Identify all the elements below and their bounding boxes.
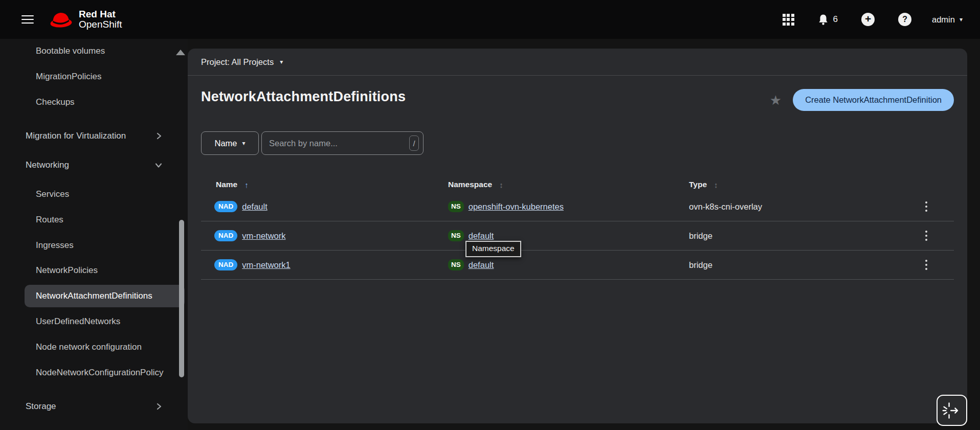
sidebar-group-networking[interactable]: Networking [0, 154, 182, 176]
kebab-menu-icon[interactable] [923, 198, 929, 215]
nav-label: Storage [26, 401, 56, 412]
caret-down-icon: ▾ [960, 16, 963, 23]
sidebar-item-networkpolicies[interactable]: NetworkPolicies [0, 259, 182, 282]
column-header-namespace[interactable]: Namespace ↕ [448, 180, 689, 189]
nad-kind-badge: NAD [214, 230, 237, 242]
app-launcher-icon[interactable] [783, 14, 794, 26]
page-title: NetworkAttachmentDefinitions [201, 89, 406, 105]
sidebar-item-nodenetworkconfigurationpolicy[interactable]: NodeNetworkConfigurationPolicy [0, 361, 182, 384]
notifications-button[interactable]: 6 [818, 14, 838, 26]
nav-label: Services [36, 189, 69, 199]
user-name: admin [932, 15, 955, 25]
namespace-kind-badge: NS [448, 201, 464, 213]
nav-label: NetworkPolicies [36, 265, 98, 276]
brand-line2: OpenShift [79, 19, 122, 30]
cursor-click-icon [942, 400, 962, 421]
resource-name-link[interactable]: vm-network1 [242, 260, 290, 270]
nad-kind-badge: NAD [214, 259, 237, 271]
side-navigation: Bootable volumes MigrationPolicies Check… [0, 39, 188, 430]
column-label: Namespace [448, 180, 492, 189]
nav-label: UserDefinedNetworks [36, 316, 120, 327]
notification-count: 6 [833, 14, 838, 25]
sidebar-item-userdefinednetworks[interactable]: UserDefinedNetworks [0, 310, 182, 333]
namespace-kind-badge: NS [448, 230, 464, 242]
sort-both-icon[interactable]: ↕ [499, 180, 503, 189]
search-input[interactable] [269, 139, 409, 148]
favorite-star-icon[interactable]: ★ [770, 94, 782, 107]
user-menu[interactable]: admin ▾ [932, 15, 963, 25]
resource-name-link[interactable]: default [242, 202, 268, 212]
nav-label: MigrationPolicies [36, 72, 102, 82]
namespace-kind-badge: NS [448, 259, 464, 271]
sidebar-scrollbar[interactable] [179, 220, 184, 377]
search-field[interactable]: / [261, 131, 424, 155]
table-row: NAD default NS openshift-ovn-kubernetes … [201, 192, 954, 221]
sidebar-group-storage[interactable]: Storage [0, 395, 182, 418]
column-label: Name [216, 180, 237, 189]
project-selector[interactable]: Project: All Projects ▾ [188, 49, 967, 76]
kebab-menu-icon[interactable] [923, 256, 929, 273]
nav-label: Checkups [36, 97, 75, 107]
table-row: NAD vm-network1 NS default bridge [201, 251, 954, 280]
table-row: NAD vm-network NS default bridge [201, 221, 954, 251]
redhat-fedora-icon [47, 8, 76, 31]
sidebar-item-checkups[interactable]: Checkups [0, 91, 182, 114]
sidebar-item-services[interactable]: Services [0, 183, 182, 206]
nav-label: Routes [36, 215, 63, 225]
sidebar-group-migration-for-virtualization[interactable]: Migration for Virtualization [0, 125, 182, 147]
chevron-right-icon [156, 403, 162, 410]
type-value: ovn-k8s-cni-overlay [689, 202, 762, 212]
nav-label: NodeNetworkConfigurationPolicy [36, 368, 163, 378]
click-indicator-badge [937, 395, 967, 426]
column-header-name[interactable]: Name ↑ [201, 180, 448, 189]
table-header-row: Name ↑ Namespace ↕ Type ↕ [201, 177, 954, 192]
import-yaml-plus-icon[interactable]: + [861, 13, 875, 26]
sidebar-item-migrationpolicies[interactable]: MigrationPolicies [0, 65, 182, 88]
brand-logo: Red Hat OpenShift [47, 9, 122, 30]
keyboard-shortcut-hint: / [409, 135, 419, 151]
nav-label: Node network configuration [36, 342, 142, 352]
content-card: Project: All Projects ▾ NetworkAttachmen… [188, 49, 967, 423]
main-area: Project: All Projects ▾ NetworkAttachmen… [188, 39, 980, 430]
kebab-menu-icon[interactable] [923, 227, 929, 244]
create-networkattachmentdefinition-button[interactable]: Create NetworkAttachmentDefinition [793, 89, 954, 111]
caret-down-icon: ▾ [242, 140, 245, 147]
resource-name-link[interactable]: vm-network [242, 231, 285, 241]
namespace-link[interactable]: default [469, 260, 494, 270]
namespace-tooltip: Namespace [465, 241, 521, 257]
type-value: bridge [689, 231, 712, 241]
sidebar-item-bootable-volumes[interactable]: Bootable volumes [0, 40, 182, 62]
chevron-right-icon [156, 132, 162, 140]
column-header-type[interactable]: Type ↕ [689, 180, 898, 189]
sidebar-item-node-network-configuration[interactable]: Node network configuration [0, 336, 182, 358]
masthead: Red Hat OpenShift 6 + ? admin ▾ [0, 0, 980, 39]
sidebar-item-networkattachmentdefinitions[interactable]: NetworkAttachmentDefinitions [25, 285, 185, 307]
nav-label: Migration for Virtualization [26, 131, 126, 141]
sort-both-icon[interactable]: ↕ [714, 180, 718, 189]
caret-down-icon: ▾ [280, 58, 283, 65]
help-icon[interactable]: ? [898, 13, 911, 26]
namespace-link[interactable]: openshift-ovn-kubernetes [469, 202, 564, 212]
nad-kind-badge: NAD [214, 201, 237, 213]
type-value: bridge [689, 260, 712, 270]
namespace-link[interactable]: default [469, 231, 494, 241]
nav-label: Bootable volumes [36, 46, 105, 56]
nav-toggle-icon[interactable] [21, 13, 34, 26]
brand-line1: Red Hat [79, 9, 122, 19]
filter-attribute-dropdown[interactable]: Name ▾ [201, 131, 259, 155]
chevron-down-icon [155, 162, 162, 168]
nav-label: NetworkAttachmentDefinitions [36, 291, 152, 301]
nad-table: Name ↑ Namespace ↕ Type ↕ NAD [201, 177, 954, 280]
sort-ascending-icon[interactable]: ↑ [244, 180, 249, 189]
column-label: Type [689, 180, 707, 189]
sidebar-item-ingresses[interactable]: Ingresses [0, 234, 182, 257]
sidebar-item-routes[interactable]: Routes [0, 209, 182, 231]
nav-label: Networking [26, 160, 69, 170]
nav-label: Ingresses [36, 240, 74, 251]
bell-icon [818, 14, 829, 26]
project-selector-label: Project: All Projects [201, 57, 274, 67]
filter-attribute-label: Name [214, 139, 237, 148]
